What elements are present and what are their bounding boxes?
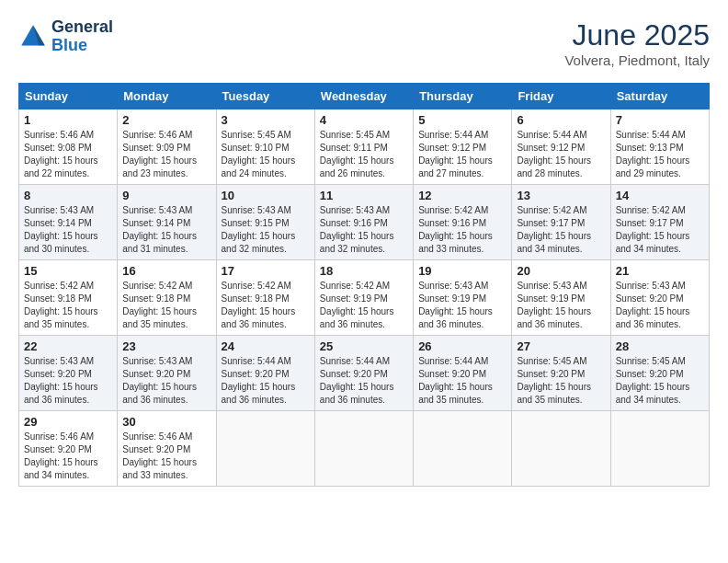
day-info: Sunrise: 5:46 AM Sunset: 9:20 PM Dayligh…	[24, 431, 112, 482]
day-info: Sunrise: 5:43 AM Sunset: 9:15 PM Dayligh…	[222, 204, 310, 256]
day-info: Sunrise: 5:43 AM Sunset: 9:19 PM Dayligh…	[517, 280, 605, 331]
calendar-cell: 13 Sunrise: 5:42 AM Sunset: 9:17 PM Dayl…	[512, 185, 610, 260]
calendar-cell: 11 Sunrise: 5:43 AM Sunset: 9:16 PM Dayl…	[314, 185, 413, 260]
calendar-header-monday: Monday	[118, 84, 216, 109]
location-subtitle: Volvera, Piedmont, Italy	[564, 52, 710, 68]
day-number: 21	[616, 264, 704, 278]
day-info: Sunrise: 5:45 AM Sunset: 9:20 PM Dayligh…	[517, 355, 605, 407]
calendar-header-friday: Friday	[512, 84, 610, 109]
day-number: 14	[616, 189, 704, 202]
day-number: 4	[320, 113, 408, 127]
calendar-week-2: 8 Sunrise: 5:43 AM Sunset: 9:14 PM Dayli…	[19, 185, 710, 260]
day-info: Sunrise: 5:42 AM Sunset: 9:18 PM Dayligh…	[222, 280, 310, 331]
calendar-header-sunday: Sunday	[19, 84, 118, 109]
day-info: Sunrise: 5:44 AM Sunset: 9:20 PM Dayligh…	[320, 355, 408, 407]
calendar-cell: 7 Sunrise: 5:44 AM Sunset: 9:13 PM Dayli…	[610, 109, 709, 185]
calendar-cell	[314, 411, 413, 487]
calendar-cell: 20 Sunrise: 5:43 AM Sunset: 9:19 PM Dayl…	[512, 260, 610, 336]
calendar-cell: 28 Sunrise: 5:45 AM Sunset: 9:20 PM Dayl…	[610, 336, 709, 411]
day-number: 6	[517, 113, 605, 127]
calendar-cell: 21 Sunrise: 5:43 AM Sunset: 9:20 PM Dayl…	[610, 260, 709, 336]
calendar-header-thursday: Thursday	[414, 84, 512, 109]
day-number: 8	[24, 189, 112, 202]
calendar-cell: 16 Sunrise: 5:42 AM Sunset: 9:18 PM Dayl…	[118, 260, 216, 336]
calendar-cell: 3 Sunrise: 5:45 AM Sunset: 9:10 PM Dayli…	[216, 109, 314, 185]
calendar-cell: 19 Sunrise: 5:43 AM Sunset: 9:19 PM Dayl…	[414, 260, 512, 336]
calendar-header-saturday: Saturday	[610, 84, 709, 109]
calendar-cell: 26 Sunrise: 5:44 AM Sunset: 9:20 PM Dayl…	[414, 336, 512, 411]
calendar-header-wednesday: Wednesday	[314, 84, 413, 109]
day-info: Sunrise: 5:44 AM Sunset: 9:12 PM Dayligh…	[517, 129, 605, 180]
day-info: Sunrise: 5:42 AM Sunset: 9:18 PM Dayligh…	[24, 280, 112, 331]
title-block: June 2025 Volvera, Piedmont, Italy	[564, 18, 710, 68]
day-number: 28	[616, 339, 704, 353]
calendar-cell: 29 Sunrise: 5:46 AM Sunset: 9:20 PM Dayl…	[19, 411, 118, 487]
calendar-cell	[512, 411, 610, 487]
calendar-week-1: 1 Sunrise: 5:46 AM Sunset: 9:08 PM Dayli…	[19, 109, 710, 185]
day-info: Sunrise: 5:42 AM Sunset: 9:17 PM Dayligh…	[616, 204, 704, 256]
calendar-week-3: 15 Sunrise: 5:42 AM Sunset: 9:18 PM Dayl…	[19, 260, 710, 336]
day-info: Sunrise: 5:42 AM Sunset: 9:19 PM Dayligh…	[320, 280, 408, 331]
day-number: 7	[616, 113, 704, 127]
day-number: 27	[517, 339, 605, 353]
calendar-cell: 8 Sunrise: 5:43 AM Sunset: 9:14 PM Dayli…	[19, 185, 118, 260]
logo-icon	[18, 22, 48, 52]
day-info: Sunrise: 5:46 AM Sunset: 9:20 PM Dayligh…	[122, 431, 210, 482]
calendar-cell: 4 Sunrise: 5:45 AM Sunset: 9:11 PM Dayli…	[314, 109, 413, 185]
day-number: 30	[122, 415, 210, 429]
day-number: 15	[24, 264, 112, 278]
calendar-cell	[610, 411, 709, 487]
day-info: Sunrise: 5:45 AM Sunset: 9:10 PM Dayligh…	[222, 129, 310, 180]
day-number: 2	[122, 113, 210, 127]
calendar-cell: 12 Sunrise: 5:42 AM Sunset: 9:16 PM Dayl…	[414, 185, 512, 260]
day-info: Sunrise: 5:42 AM Sunset: 9:18 PM Dayligh…	[122, 280, 210, 331]
calendar-cell: 15 Sunrise: 5:42 AM Sunset: 9:18 PM Dayl…	[19, 260, 118, 336]
day-info: Sunrise: 5:43 AM Sunset: 9:16 PM Dayligh…	[320, 204, 408, 256]
day-number: 24	[222, 339, 310, 353]
day-number: 23	[122, 339, 210, 353]
day-number: 16	[122, 264, 210, 278]
day-number: 17	[222, 264, 310, 278]
day-number: 1	[24, 113, 112, 127]
day-info: Sunrise: 5:45 AM Sunset: 9:20 PM Dayligh…	[616, 355, 704, 407]
calendar-cell: 23 Sunrise: 5:43 AM Sunset: 9:20 PM Dayl…	[118, 336, 216, 411]
day-info: Sunrise: 5:42 AM Sunset: 9:16 PM Dayligh…	[418, 204, 506, 256]
day-info: Sunrise: 5:44 AM Sunset: 9:20 PM Dayligh…	[222, 355, 310, 407]
day-info: Sunrise: 5:46 AM Sunset: 9:08 PM Dayligh…	[24, 129, 112, 180]
day-info: Sunrise: 5:44 AM Sunset: 9:20 PM Dayligh…	[418, 355, 506, 407]
calendar-cell: 27 Sunrise: 5:45 AM Sunset: 9:20 PM Dayl…	[512, 336, 610, 411]
day-info: Sunrise: 5:42 AM Sunset: 9:17 PM Dayligh…	[517, 204, 605, 256]
day-info: Sunrise: 5:44 AM Sunset: 9:12 PM Dayligh…	[418, 129, 506, 180]
day-info: Sunrise: 5:45 AM Sunset: 9:11 PM Dayligh…	[320, 129, 408, 180]
day-info: Sunrise: 5:44 AM Sunset: 9:13 PM Dayligh…	[616, 129, 704, 180]
calendar-week-4: 22 Sunrise: 5:43 AM Sunset: 9:20 PM Dayl…	[19, 336, 710, 411]
day-info: Sunrise: 5:43 AM Sunset: 9:20 PM Dayligh…	[616, 280, 704, 331]
calendar-cell: 6 Sunrise: 5:44 AM Sunset: 9:12 PM Dayli…	[512, 109, 610, 185]
calendar-cell	[414, 411, 512, 487]
day-info: Sunrise: 5:46 AM Sunset: 9:09 PM Dayligh…	[122, 129, 210, 180]
calendar-cell	[216, 411, 314, 487]
calendar-header-tuesday: Tuesday	[216, 84, 314, 109]
calendar-cell: 24 Sunrise: 5:44 AM Sunset: 9:20 PM Dayl…	[216, 336, 314, 411]
day-number: 22	[24, 339, 112, 353]
logo-text: General Blue	[51, 18, 113, 55]
calendar-week-5: 29 Sunrise: 5:46 AM Sunset: 9:20 PM Dayl…	[19, 411, 710, 487]
day-number: 11	[320, 189, 408, 202]
day-number: 10	[222, 189, 310, 202]
day-number: 3	[222, 113, 310, 127]
calendar-cell: 22 Sunrise: 5:43 AM Sunset: 9:20 PM Dayl…	[19, 336, 118, 411]
calendar-cell: 9 Sunrise: 5:43 AM Sunset: 9:14 PM Dayli…	[118, 185, 216, 260]
day-number: 12	[418, 189, 506, 202]
day-number: 9	[122, 189, 210, 202]
day-info: Sunrise: 5:43 AM Sunset: 9:14 PM Dayligh…	[24, 204, 112, 256]
month-title: June 2025	[564, 18, 710, 52]
calendar-cell: 18 Sunrise: 5:42 AM Sunset: 9:19 PM Dayl…	[314, 260, 413, 336]
day-number: 29	[24, 415, 112, 429]
calendar-cell: 25 Sunrise: 5:44 AM Sunset: 9:20 PM Dayl…	[314, 336, 413, 411]
day-number: 25	[320, 339, 408, 353]
logo: General Blue	[18, 18, 113, 55]
page-header: General Blue June 2025 Volvera, Piedmont…	[18, 18, 710, 68]
day-number: 19	[418, 264, 506, 278]
calendar-cell: 10 Sunrise: 5:43 AM Sunset: 9:15 PM Dayl…	[216, 185, 314, 260]
calendar-cell: 2 Sunrise: 5:46 AM Sunset: 9:09 PM Dayli…	[118, 109, 216, 185]
